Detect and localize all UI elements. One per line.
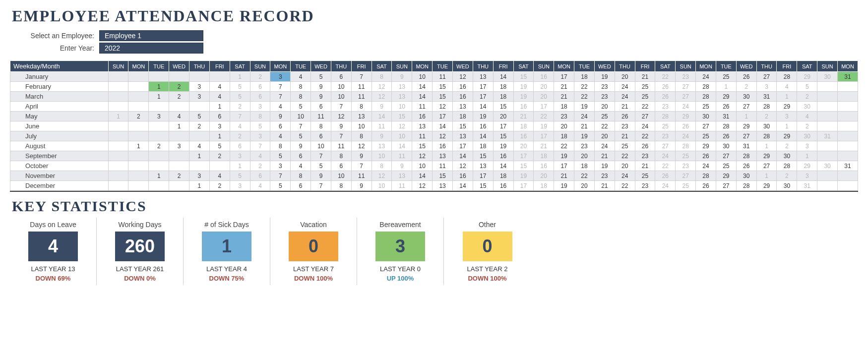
day-cell: 17	[493, 121, 513, 131]
year-input[interactable]: 2022	[99, 43, 203, 54]
day-cell	[149, 131, 169, 141]
day-cell: 7	[331, 131, 351, 141]
day-cell	[209, 161, 230, 171]
month-name: November	[10, 171, 109, 181]
day-cell	[189, 161, 210, 171]
day-cell: 1	[736, 112, 756, 121]
day-cell	[838, 102, 858, 112]
day-cell: 7	[311, 181, 331, 191]
day-cell: 6	[311, 102, 331, 112]
day-cell: 24	[615, 171, 635, 181]
day-cell: 5	[291, 131, 311, 141]
day-cell: 19	[513, 171, 534, 181]
day-cell	[838, 92, 858, 102]
day-cell: 27	[736, 131, 756, 141]
stats-title: KEY STATISTICS	[12, 198, 858, 215]
day-cell: 16	[493, 181, 513, 191]
day-cell: 1	[777, 92, 797, 102]
day-cell: 14	[493, 72, 513, 82]
day-cell: 2	[189, 121, 210, 131]
day-cell: 8	[291, 82, 311, 92]
day-cell: 27	[676, 92, 696, 102]
day-cell: 12	[433, 102, 453, 112]
day-cell: 28	[756, 102, 777, 112]
day-cell: 16	[433, 141, 453, 151]
day-cell: 4	[270, 102, 291, 112]
stat-last-year: LAST YEAR 7	[274, 265, 353, 273]
day-cell: 9	[392, 161, 412, 171]
day-cell: 5	[311, 72, 331, 82]
day-cell: 4	[209, 171, 230, 181]
calendar-header-day: SUN	[108, 61, 128, 72]
employee-select[interactable]: Employee 1	[99, 30, 203, 41]
day-cell: 4	[230, 121, 250, 131]
page-title: EMPLOYEE ATTENDANCE RECORD	[12, 7, 858, 25]
day-cell: 1	[189, 151, 210, 161]
day-cell: 10	[392, 131, 412, 141]
day-cell: 8	[250, 112, 270, 121]
day-cell: 12	[331, 112, 351, 121]
day-cell: 23	[655, 131, 676, 141]
day-cell: 3	[149, 112, 169, 121]
day-cell: 20	[594, 102, 615, 112]
day-cell: 14	[452, 181, 473, 191]
day-cell: 21	[554, 82, 574, 92]
calendar-header-day: WED	[452, 61, 473, 72]
day-cell: 2	[756, 112, 777, 121]
day-cell: 1	[108, 112, 128, 121]
day-cell: 17	[473, 171, 493, 181]
month-name: May	[10, 112, 109, 121]
day-cell: 23	[635, 181, 655, 191]
day-cell: 18	[493, 82, 513, 92]
day-cell: 2	[128, 112, 149, 121]
stat-value: 0	[289, 232, 338, 261]
calendar-header-day: TUE	[291, 61, 311, 72]
day-cell: 6	[250, 171, 270, 181]
day-cell: 17	[513, 181, 534, 191]
day-cell: 11	[351, 82, 372, 92]
day-cell: 23	[554, 112, 574, 121]
day-cell: 16	[452, 82, 473, 92]
calendar-header-day: MON	[838, 61, 858, 72]
day-cell: 9	[270, 112, 291, 121]
day-cell: 1	[756, 141, 777, 151]
day-cell: 27	[716, 151, 736, 161]
day-cell: 7	[250, 141, 270, 151]
day-cell: 13	[452, 131, 473, 141]
day-cell	[108, 72, 128, 82]
stat-change: DOWN 100%	[274, 275, 353, 282]
day-cell: 8	[291, 92, 311, 102]
day-cell: 24	[655, 151, 676, 161]
day-cell	[169, 72, 189, 82]
stat-last-year: LAST YEAR 261	[101, 265, 179, 273]
calendar-header-day: FRI	[209, 61, 230, 72]
calendar-header-day: THU	[189, 61, 210, 72]
day-cell: 31	[838, 72, 858, 82]
day-cell	[128, 82, 149, 92]
day-cell: 30	[736, 92, 756, 102]
day-cell: 17	[534, 102, 554, 112]
day-cell: 27	[756, 72, 777, 82]
day-cell: 2	[777, 141, 797, 151]
day-cell: 4	[270, 131, 291, 141]
day-cell: 25	[635, 171, 655, 181]
day-cell: 1	[209, 131, 230, 141]
day-cell: 29	[756, 151, 777, 161]
day-cell: 25	[635, 92, 655, 102]
day-cell: 3	[189, 171, 210, 181]
day-cell	[149, 121, 169, 131]
day-cell: 23	[615, 121, 635, 131]
day-cell: 20	[534, 82, 554, 92]
day-cell	[169, 161, 189, 171]
calendar-header-day: TUE	[149, 61, 169, 72]
day-cell: 12	[372, 171, 392, 181]
day-cell: 22	[635, 102, 655, 112]
day-cell: 21	[615, 131, 635, 141]
day-cell: 18	[574, 72, 595, 82]
selector-block: Select an Employee: Employee 1 Enter Yea…	[10, 30, 858, 54]
day-cell: 27	[756, 161, 777, 171]
day-cell: 23	[594, 82, 615, 92]
day-cell: 18	[493, 92, 513, 102]
day-cell: 13	[452, 102, 473, 112]
calendar-header-day: FRI	[351, 61, 372, 72]
